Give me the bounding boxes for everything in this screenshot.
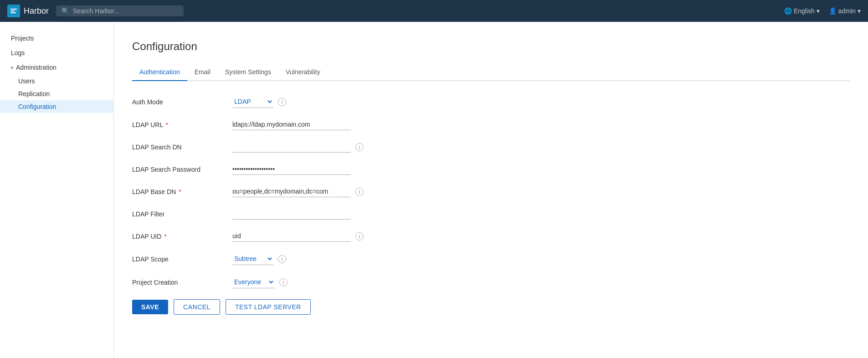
ldap-search-password-input[interactable] bbox=[232, 164, 351, 175]
project-creation-select[interactable]: Everyone AdminOnly bbox=[232, 276, 275, 288]
sidebar-item-logs[interactable]: Logs bbox=[0, 46, 113, 60]
sidebar-item-label: Users bbox=[18, 77, 35, 85]
ldap-search-dn-input[interactable] bbox=[232, 141, 351, 153]
ldap-scope-row: LDAP Scope Base OneLevel Subtree i bbox=[132, 253, 478, 265]
project-creation-label: Project Creation bbox=[132, 279, 232, 286]
nav-right: 🌐 English ▾ 👤 admin ▾ bbox=[784, 7, 861, 15]
sidebar-item-label: Configuration bbox=[18, 103, 56, 110]
brand-name: Harbor bbox=[24, 6, 49, 16]
ldap-base-dn-input[interactable] bbox=[232, 186, 351, 197]
svg-rect-1 bbox=[10, 10, 15, 11]
ldap-search-dn-row: LDAP Search DN i bbox=[132, 141, 478, 153]
ldap-uid-input[interactable] bbox=[232, 230, 351, 242]
sidebar: Projects Logs ▾ Administration Users Rep… bbox=[0, 22, 114, 358]
ldap-scope-select-wrap: Base OneLevel Subtree bbox=[232, 253, 273, 265]
sidebar-item-label: Replication bbox=[18, 90, 50, 97]
sidebar-item-projects[interactable]: Projects bbox=[0, 31, 113, 46]
required-marker: * bbox=[166, 121, 168, 128]
language-selector[interactable]: 🌐 English ▾ bbox=[784, 7, 820, 15]
sidebar-item-users[interactable]: Users bbox=[0, 75, 113, 87]
ldap-filter-row: LDAP Filter bbox=[132, 208, 478, 220]
user-icon: 👤 bbox=[829, 7, 837, 15]
required-marker: * bbox=[179, 188, 181, 195]
test-ldap-button[interactable]: TEST LDAP SERVER bbox=[226, 299, 311, 315]
tab-authentication[interactable]: Authentication bbox=[132, 64, 187, 81]
save-button[interactable]: SAVE bbox=[132, 300, 168, 314]
logo[interactable]: Harbor bbox=[7, 5, 49, 17]
auth-mode-row: Auth Mode Database LDAP OIDC i bbox=[132, 96, 478, 108]
tab-system-settings[interactable]: System Settings bbox=[218, 64, 278, 81]
logo-icon bbox=[7, 5, 20, 17]
ldap-search-password-label: LDAP Search Password bbox=[132, 166, 232, 173]
tab-email[interactable]: Email bbox=[187, 64, 218, 81]
ldap-search-password-row: LDAP Search Password bbox=[132, 164, 478, 175]
auth-mode-info-icon[interactable]: i bbox=[278, 98, 286, 106]
ldap-uid-control: i bbox=[232, 230, 478, 242]
ldap-search-dn-control: i bbox=[232, 141, 478, 153]
search-icon: 🔍 bbox=[62, 7, 69, 15]
language-label: English bbox=[794, 7, 815, 15]
auth-mode-control: Database LDAP OIDC i bbox=[232, 96, 478, 108]
ldap-filter-control bbox=[232, 208, 478, 220]
ldap-filter-input[interactable] bbox=[232, 208, 351, 220]
username-label: admin bbox=[838, 7, 856, 15]
ldap-filter-label: LDAP Filter bbox=[132, 210, 232, 218]
sidebar-item-label: Logs bbox=[11, 49, 25, 56]
project-creation-info-icon[interactable]: i bbox=[279, 278, 288, 286]
ldap-uid-row: LDAP UID * i bbox=[132, 230, 478, 242]
cancel-button[interactable]: CANCEL bbox=[174, 299, 220, 315]
sidebar-group-administration[interactable]: ▾ Administration bbox=[0, 60, 113, 75]
auth-mode-select[interactable]: Database LDAP OIDC bbox=[232, 96, 273, 108]
required-marker: * bbox=[164, 233, 166, 240]
svg-rect-0 bbox=[10, 9, 17, 10]
auth-mode-label: Auth Mode bbox=[132, 98, 232, 106]
main-content: Configuration Authentication Email Syste… bbox=[114, 22, 868, 358]
ldap-search-password-control bbox=[232, 164, 478, 175]
project-creation-control: Everyone AdminOnly i bbox=[232, 276, 478, 288]
ldap-search-dn-label: LDAP Search DN bbox=[132, 143, 232, 151]
auth-form: Auth Mode Database LDAP OIDC i LDAP URL bbox=[132, 96, 478, 315]
search-bar[interactable]: 🔍 bbox=[56, 5, 184, 16]
project-creation-select-wrap: Everyone AdminOnly bbox=[232, 276, 275, 288]
ldap-uid-label: LDAP UID * bbox=[132, 233, 232, 240]
chevron-down-icon: ▾ bbox=[817, 7, 820, 15]
chevron-down-icon: ▾ bbox=[11, 65, 13, 70]
sidebar-item-configuration[interactable]: Configuration bbox=[0, 100, 113, 113]
ldap-url-input[interactable] bbox=[232, 119, 351, 130]
main-layout: Projects Logs ▾ Administration Users Rep… bbox=[0, 22, 868, 358]
sidebar-group-label: Administration bbox=[16, 64, 56, 71]
ldap-url-control bbox=[232, 119, 478, 130]
ldap-base-dn-control: i bbox=[232, 186, 478, 197]
ldap-search-dn-info-icon[interactable]: i bbox=[355, 143, 364, 151]
ldap-scope-select[interactable]: Base OneLevel Subtree bbox=[232, 253, 273, 265]
ldap-scope-label: LDAP Scope bbox=[132, 256, 232, 263]
sidebar-item-label: Projects bbox=[11, 35, 34, 42]
search-input[interactable] bbox=[73, 7, 178, 15]
page-title: Configuration bbox=[132, 40, 850, 53]
ldap-base-dn-info-icon[interactable]: i bbox=[355, 188, 364, 196]
top-navigation: Harbor 🔍 🌐 English ▾ 👤 admin ▾ bbox=[0, 0, 868, 22]
ldap-base-dn-row: LDAP Base DN * i bbox=[132, 186, 478, 197]
sidebar-item-replication[interactable]: Replication bbox=[0, 87, 113, 100]
configuration-tabs: Authentication Email System Settings Vul… bbox=[132, 64, 850, 81]
ldap-scope-info-icon[interactable]: i bbox=[278, 255, 286, 263]
ldap-url-label: LDAP URL * bbox=[132, 121, 232, 128]
chevron-down-icon: ▾ bbox=[858, 7, 861, 15]
ldap-base-dn-label: LDAP Base DN * bbox=[132, 188, 232, 195]
form-buttons: SAVE CANCEL TEST LDAP SERVER bbox=[132, 299, 478, 315]
project-creation-row: Project Creation Everyone AdminOnly i bbox=[132, 276, 478, 288]
svg-rect-2 bbox=[10, 12, 16, 13]
user-menu[interactable]: 👤 admin ▾ bbox=[829, 7, 861, 15]
ldap-scope-control: Base OneLevel Subtree i bbox=[232, 253, 478, 265]
tab-vulnerability[interactable]: Vulnerability bbox=[278, 64, 328, 81]
ldap-uid-info-icon[interactable]: i bbox=[355, 232, 364, 240]
globe-icon: 🌐 bbox=[784, 7, 792, 15]
auth-mode-select-wrap: Database LDAP OIDC bbox=[232, 96, 273, 108]
ldap-url-row: LDAP URL * bbox=[132, 119, 478, 130]
